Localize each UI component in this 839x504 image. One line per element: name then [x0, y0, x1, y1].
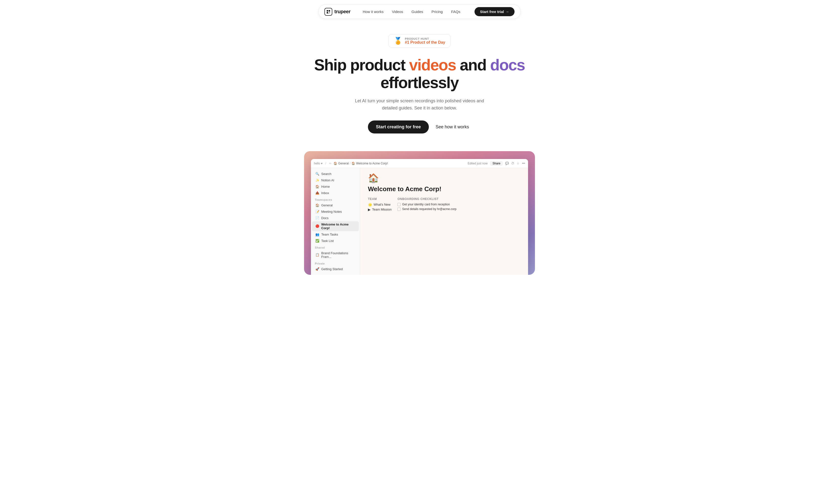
hero-headline: Ship product videos and docs effortlessl… [314, 56, 525, 91]
bc-sep: / [350, 162, 350, 165]
notion-body: 🔍 Search ✨ Notion AI 🏠 Home 📥 Inbox [311, 168, 528, 275]
checklist-item-2: Send details requested by hr@acme.corp [397, 208, 456, 211]
svg-rect-2 [327, 12, 328, 14]
sidebar-item-inbox[interactable]: 📥 Inbox [312, 190, 359, 196]
topbar-edit-icon: ✏ [329, 162, 331, 165]
docs-icon: 📄 [315, 216, 319, 220]
svg-rect-1 [329, 10, 330, 12]
headline-word-videos: videos [409, 56, 456, 74]
logo-icon [324, 8, 332, 16]
svg-rect-0 [327, 10, 328, 12]
see-how-it-works-link[interactable]: See how it works [434, 121, 471, 133]
sidebar-item-brand[interactable]: 📋 Brand Foundations Fram... [312, 250, 359, 260]
sidebar-label-notion-ai: Notion AI [321, 178, 334, 182]
private-label: Private [311, 260, 360, 266]
sidebar-item-general[interactable]: 🏠 General [312, 202, 359, 208]
more-icon: ••• [522, 162, 525, 165]
breadcrumb: 🏠 General / 🏠 Welcome to Acme Corp! [333, 162, 466, 165]
svg-rect-5 [329, 13, 329, 14]
navbar: trupeer How it works Videos Guides Prici… [0, 0, 839, 21]
bc-page-icon: 🏠 [352, 162, 355, 165]
sidebar-item-task-list[interactable]: ✅ Task List [312, 238, 359, 244]
star-icon: ☆ [517, 162, 519, 165]
hero-section: 🏅 PRODUCT HUNT #1 Product of the Day Shi… [309, 21, 530, 141]
logo[interactable]: trupeer [324, 8, 350, 16]
sidebar-item-team-tasks[interactable]: 👥 Team Tasks [312, 231, 359, 237]
col-team: Team 🌟 What's New ▶ Team Mission [368, 197, 392, 213]
task-list-icon: ✅ [315, 239, 319, 243]
page-columns: Team 🌟 What's New ▶ Team Mission [368, 197, 520, 213]
headline-suffix: effortlessly [380, 74, 458, 91]
notion-page-content: 🏠 Welcome to Acme Corp! Team 🌟 What's Ne… [360, 168, 528, 275]
navbar-inner: trupeer How it works Videos Guides Prici… [318, 4, 520, 19]
headline-word-docs: docs [490, 56, 525, 74]
home-icon: 🏠 [315, 185, 319, 188]
hero-actions: Start creating for free See how it works [314, 121, 525, 133]
ph-label: PRODUCT HUNT [405, 37, 445, 40]
headline-prefix: Ship product [314, 56, 409, 74]
team-mission-icon: ▶ [368, 208, 371, 212]
share-button[interactable]: Share [490, 161, 503, 166]
notion-window: hello ▾ / ✏ 🏠 General / 🏠 Welcome to Acm… [311, 159, 528, 275]
sidebar-item-welcome-acme[interactable]: 🔴 Welcome to Acme Corp! [312, 221, 359, 231]
notion-sidebar: 🔍 Search ✨ Notion AI 🏠 Home 📥 Inbox [311, 168, 360, 275]
nav-how-it-works[interactable]: How it works [359, 8, 387, 15]
demo-preview: hello ▾ / ✏ 🏠 General / 🏠 Welcome to Acm… [304, 151, 535, 275]
nav-cta-label: Start free trial [480, 10, 504, 14]
nav-links: How it works Videos Guides Pricing FAQs [359, 8, 464, 15]
whats-new-icon: 🌟 [368, 203, 372, 206]
nav-pricing[interactable]: Pricing [428, 8, 446, 15]
acme-icon: 🔴 [315, 224, 319, 228]
sidebar-item-notion-ai[interactable]: ✨ Notion AI [312, 177, 359, 183]
col-team-item-1: 🌟 What's New [368, 203, 392, 206]
nav-videos[interactable]: Videos [389, 8, 407, 15]
checkbox-2[interactable] [397, 208, 400, 211]
col-team-label: Team [368, 197, 392, 201]
sidebar-item-getting-started[interactable]: 🚀 Getting Started [312, 266, 359, 272]
nav-guides[interactable]: Guides [408, 8, 427, 15]
sidebar-item-search[interactable]: 🔍 Search [312, 171, 359, 177]
workspace-label: hello ▾ [314, 162, 323, 165]
ph-badge: 🏅 PRODUCT HUNT #1 Product of the Day [389, 34, 450, 48]
sidebar-label-search: Search [321, 172, 331, 176]
search-icon: 🔍 [315, 172, 319, 176]
getting-started-icon: 🚀 [315, 267, 319, 271]
timer-icon: ⏱ [511, 162, 514, 165]
meeting-notes-icon: 📝 [315, 210, 319, 214]
sidebar-item-meeting-notes[interactable]: 📝 Meeting Notes [312, 209, 359, 215]
checkbox-1[interactable] [397, 203, 400, 206]
checklist-item-1: Get your identity card from reception [397, 203, 456, 206]
svg-rect-4 [330, 12, 330, 13]
start-creating-button[interactable]: Start creating for free [368, 121, 429, 133]
headline-mid: and [456, 56, 490, 74]
page-inner: 🏠 Welcome to Acme Corp! Team 🌟 What's Ne… [368, 173, 520, 213]
bc-home-icon: 🏠 [333, 162, 337, 165]
hero-subtext: Let AI turn your simple screen recording… [351, 97, 488, 112]
sidebar-label-home: Home [321, 185, 330, 188]
nav-faqs[interactable]: FAQs [448, 8, 464, 15]
topbar-right: Edited just now Share 💬 ⏱ ☆ ••• [468, 161, 525, 166]
team-tasks-icon: 👥 [315, 233, 319, 236]
ph-title: #1 Product of the Day [405, 40, 445, 44]
logo-text: trupeer [334, 9, 350, 15]
notion-ai-icon: ✨ [315, 178, 319, 182]
nav-cta-button[interactable]: Start free trial → [475, 7, 515, 16]
sidebar-item-docs[interactable]: 📄 Docs [312, 215, 359, 221]
sidebar-label-inbox: Inbox [321, 191, 329, 195]
page-icon: 🏠 [368, 173, 520, 183]
shared-label: Shared [311, 244, 360, 250]
comment-icon: 💬 [505, 162, 509, 165]
page-title: Welcome to Acme Corp! [368, 185, 520, 193]
sidebar-item-home[interactable]: 🏠 Home [312, 183, 359, 190]
edited-label: Edited just now [468, 162, 487, 165]
general-icon: 🏠 [315, 203, 319, 207]
ph-text: PRODUCT HUNT #1 Product of the Day [405, 37, 445, 44]
brand-icon: 📋 [315, 253, 319, 257]
ph-medal-icon: 🏅 [394, 37, 402, 45]
inbox-icon: 📥 [315, 191, 319, 195]
notion-topbar: hello ▾ / ✏ 🏠 General / 🏠 Welcome to Acm… [311, 159, 528, 168]
col-team-item-2: ▶ Team Mission [368, 208, 392, 212]
nav-cta-arrow: → [506, 10, 509, 14]
teamspaces-label: Teamspaces [311, 196, 360, 202]
col-onboarding: Onboarding Checklist Get your identity c… [397, 197, 456, 213]
